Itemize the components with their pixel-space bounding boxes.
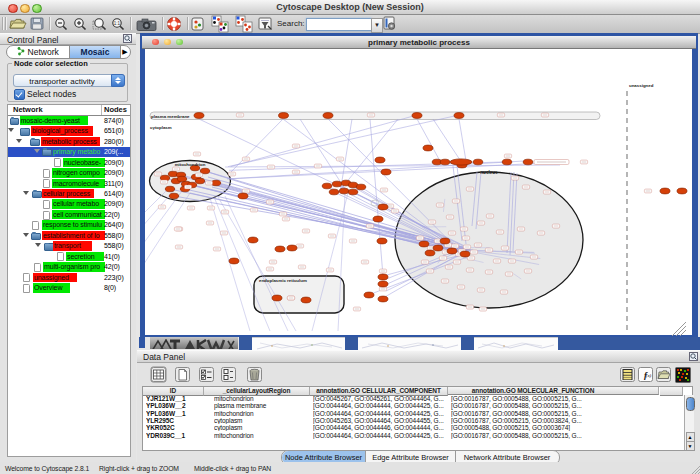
svg-text:endoplasmic reticulum: endoplasmic reticulum bbox=[259, 278, 307, 283]
svg-text:(x): (x) bbox=[646, 373, 652, 378]
svg-text:1:1: 1:1 bbox=[114, 21, 121, 26]
svg-text:plasma membrane: plasma membrane bbox=[151, 113, 190, 118]
svg-text:unassigned: unassigned bbox=[629, 83, 654, 88]
svg-text:cytoplasm: cytoplasm bbox=[150, 125, 172, 130]
svg-text:mitochondrion: mitochondrion bbox=[175, 161, 206, 166]
svg-text:nucleus: nucleus bbox=[480, 169, 498, 174]
